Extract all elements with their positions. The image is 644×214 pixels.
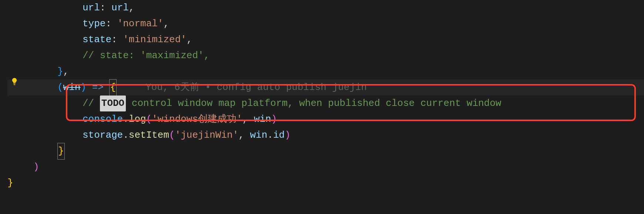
open-paren: ( [146, 111, 152, 127]
open-brace: { [109, 79, 117, 96]
comma: , [63, 64, 69, 80]
code-line[interactable]: ) [7, 159, 644, 175]
colon: : [105, 16, 117, 32]
close-paren: ) [285, 127, 291, 143]
parameter: win [63, 80, 81, 96]
property-name: url [83, 0, 100, 16]
closing-brace: } [7, 175, 13, 191]
colon: : [111, 32, 123, 48]
object-name: storage [83, 127, 123, 143]
open-paren: ( [57, 80, 63, 96]
code-line[interactable]: url: url, [7, 0, 644, 16]
object-name: console [83, 111, 123, 127]
variable: url [111, 0, 129, 16]
code-line[interactable]: // TODO control window map platform, whe… [7, 96, 644, 111]
colon: : [100, 0, 111, 16]
method-name: log [129, 111, 146, 127]
arrow-function: => [86, 80, 109, 96]
code-line[interactable]: storage.setItem('juejinWin', win.id) [7, 127, 644, 143]
git-blame-annotation: You, 6天前 • config auto publish juejin [117, 80, 367, 96]
code-line-highlighted[interactable]: (win) => { You, 6天前 • config auto publis… [7, 80, 644, 96]
code-line[interactable]: state: 'minimized', [7, 32, 644, 48]
code-editor-area[interactable]: url: url, type: 'normal', state: 'minimi… [0, 0, 644, 191]
code-line[interactable]: }, [7, 64, 644, 80]
lightbulb-icon[interactable] [10, 77, 19, 90]
dot: . [267, 127, 273, 143]
string-literal: 'juejinWin' [175, 127, 239, 143]
code-line[interactable]: type: 'normal', [7, 16, 644, 32]
code-line[interactable]: // state: 'maximized', [7, 48, 644, 64]
close-paren: ) [271, 111, 277, 127]
closing-paren: ) [33, 159, 39, 175]
comma: , [242, 111, 254, 127]
comma: , [238, 127, 250, 143]
comment-slashes: // [83, 96, 100, 111]
comment-text: control window map platform, when publis… [126, 96, 501, 111]
dot: . [123, 127, 129, 143]
property-name: id [273, 127, 285, 143]
code-line[interactable]: } [7, 175, 644, 191]
variable: win [250, 127, 268, 143]
comma: , [129, 0, 135, 16]
variable: win [254, 111, 271, 127]
string-literal: 'normal' [117, 16, 164, 32]
comma: , [187, 32, 192, 48]
code-line[interactable]: } [7, 143, 644, 159]
open-paren: ( [169, 127, 175, 143]
property-name: type [83, 16, 105, 32]
close-paren: ) [80, 80, 86, 96]
method-name: setItem [129, 127, 169, 143]
string-literal: 'minimized' [123, 32, 187, 48]
dot: . [123, 111, 129, 127]
closing-brace: } [57, 143, 65, 160]
code-line[interactable]: console.log('windows创建成功', win) [7, 111, 644, 127]
string-literal: 'windows创建成功' [152, 111, 242, 127]
property-name: state [83, 32, 111, 48]
comma: , [163, 16, 169, 32]
closing-brace: } [57, 64, 63, 80]
comment: // state: 'maximized', [83, 48, 209, 64]
todo-tag: TODO [100, 96, 126, 111]
